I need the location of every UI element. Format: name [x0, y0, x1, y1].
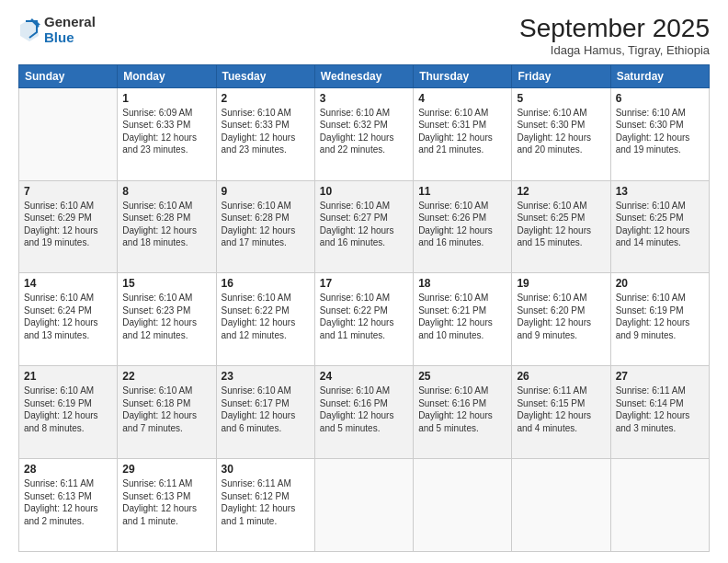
day-info: Sunrise: 6:10 AMSunset: 6:28 PMDaylight:… — [122, 200, 210, 249]
day-info: Sunrise: 6:10 AMSunset: 6:33 PMDaylight:… — [222, 107, 310, 156]
day-info: Sunrise: 6:11 AMSunset: 6:15 PMDaylight:… — [517, 385, 605, 434]
table-row: 3Sunrise: 6:10 AMSunset: 6:32 PMDaylight… — [314, 87, 413, 180]
day-number: 23 — [222, 370, 310, 383]
day-info: Sunrise: 6:10 AMSunset: 6:26 PMDaylight:… — [418, 200, 506, 249]
day-info: Sunrise: 6:10 AMSunset: 6:19 PMDaylight:… — [616, 292, 704, 341]
calendar-week-row: 1Sunrise: 6:09 AMSunset: 6:33 PMDaylight… — [19, 87, 710, 180]
col-thursday: Thursday — [414, 64, 512, 87]
col-saturday: Saturday — [610, 64, 709, 87]
day-number: 14 — [24, 277, 112, 290]
day-info: Sunrise: 6:10 AMSunset: 6:18 PMDaylight:… — [122, 385, 210, 434]
day-number: 5 — [517, 92, 605, 105]
table-row: 18Sunrise: 6:10 AMSunset: 6:21 PMDayligh… — [414, 273, 512, 366]
day-info: Sunrise: 6:10 AMSunset: 6:31 PMDaylight:… — [418, 107, 506, 156]
table-row: 23Sunrise: 6:10 AMSunset: 6:17 PMDayligh… — [216, 366, 314, 459]
day-number: 18 — [418, 277, 506, 290]
day-number: 26 — [517, 370, 605, 383]
day-info: Sunrise: 6:10 AMSunset: 6:28 PMDaylight:… — [222, 200, 310, 249]
table-row: 30Sunrise: 6:11 AMSunset: 6:12 PMDayligh… — [216, 459, 314, 552]
day-number: 17 — [320, 277, 408, 290]
day-number: 30 — [222, 463, 310, 476]
day-number: 25 — [418, 370, 506, 383]
day-info: Sunrise: 6:10 AMSunset: 6:32 PMDaylight:… — [320, 107, 408, 156]
day-number: 12 — [517, 185, 605, 198]
day-number: 2 — [222, 92, 310, 105]
table-row: 29Sunrise: 6:11 AMSunset: 6:13 PMDayligh… — [118, 459, 216, 552]
table-row — [610, 459, 709, 552]
day-number: 16 — [222, 277, 310, 290]
table-row — [512, 459, 610, 552]
table-row: 19Sunrise: 6:10 AMSunset: 6:20 PMDayligh… — [512, 273, 610, 366]
table-row: 28Sunrise: 6:11 AMSunset: 6:13 PMDayligh… — [19, 459, 118, 552]
day-info: Sunrise: 6:10 AMSunset: 6:27 PMDaylight:… — [320, 200, 408, 249]
table-row — [19, 87, 118, 180]
table-row: 2Sunrise: 6:10 AMSunset: 6:33 PMDaylight… — [216, 87, 314, 180]
day-number: 6 — [616, 92, 704, 105]
day-number: 11 — [418, 185, 506, 198]
title-section: September 2025 Idaga Hamus, Tigray, Ethi… — [519, 15, 710, 57]
day-number: 1 — [122, 92, 210, 105]
day-info: Sunrise: 6:10 AMSunset: 6:30 PMDaylight:… — [616, 107, 704, 156]
day-info: Sunrise: 6:11 AMSunset: 6:13 PMDaylight:… — [122, 477, 210, 527]
calendar-week-row: 21Sunrise: 6:10 AMSunset: 6:19 PMDayligh… — [19, 366, 710, 459]
day-info: Sunrise: 6:11 AMSunset: 6:12 PMDaylight:… — [222, 477, 310, 527]
table-row: 24Sunrise: 6:10 AMSunset: 6:16 PMDayligh… — [314, 366, 413, 459]
day-number: 13 — [616, 185, 704, 198]
table-row: 25Sunrise: 6:10 AMSunset: 6:16 PMDayligh… — [414, 366, 512, 459]
day-info: Sunrise: 6:10 AMSunset: 6:16 PMDaylight:… — [418, 385, 506, 434]
day-number: 20 — [616, 277, 704, 290]
day-number: 27 — [616, 370, 704, 383]
day-number: 22 — [122, 370, 210, 383]
col-friday: Friday — [512, 64, 610, 87]
table-row: 15Sunrise: 6:10 AMSunset: 6:23 PMDayligh… — [118, 273, 216, 366]
calendar-week-row: 28Sunrise: 6:11 AMSunset: 6:13 PMDayligh… — [19, 459, 710, 552]
col-monday: Monday — [118, 64, 216, 87]
day-info: Sunrise: 6:11 AMSunset: 6:13 PMDaylight:… — [24, 477, 112, 527]
day-info: Sunrise: 6:10 AMSunset: 6:16 PMDaylight:… — [320, 385, 408, 434]
table-row: 1Sunrise: 6:09 AMSunset: 6:33 PMDaylight… — [118, 87, 216, 180]
day-info: Sunrise: 6:10 AMSunset: 6:29 PMDaylight:… — [24, 200, 112, 249]
page: General Blue September 2025 Idaga Hamus,… — [0, 0, 728, 563]
day-info: Sunrise: 6:10 AMSunset: 6:17 PMDaylight:… — [222, 385, 310, 434]
table-row: 13Sunrise: 6:10 AMSunset: 6:25 PMDayligh… — [610, 180, 709, 273]
day-number: 7 — [24, 185, 112, 198]
day-info: Sunrise: 6:10 AMSunset: 6:23 PMDaylight:… — [122, 292, 210, 341]
day-number: 28 — [24, 463, 112, 476]
table-row: 7Sunrise: 6:10 AMSunset: 6:29 PMDaylight… — [19, 180, 118, 273]
day-number: 24 — [320, 370, 408, 383]
day-number: 10 — [320, 185, 408, 198]
day-info: Sunrise: 6:10 AMSunset: 6:25 PMDaylight:… — [517, 200, 605, 249]
calendar-week-row: 14Sunrise: 6:10 AMSunset: 6:24 PMDayligh… — [19, 273, 710, 366]
day-number: 4 — [418, 92, 506, 105]
table-row: 17Sunrise: 6:10 AMSunset: 6:22 PMDayligh… — [314, 273, 413, 366]
day-info: Sunrise: 6:10 AMSunset: 6:20 PMDaylight:… — [517, 292, 605, 341]
table-row: 27Sunrise: 6:11 AMSunset: 6:14 PMDayligh… — [610, 366, 709, 459]
day-info: Sunrise: 6:11 AMSunset: 6:14 PMDaylight:… — [616, 385, 704, 434]
month-title: September 2025 — [519, 15, 710, 43]
day-info: Sunrise: 6:10 AMSunset: 6:22 PMDaylight:… — [222, 292, 310, 341]
day-info: Sunrise: 6:10 AMSunset: 6:22 PMDaylight:… — [320, 292, 408, 341]
table-row — [414, 459, 512, 552]
day-info: Sunrise: 6:10 AMSunset: 6:25 PMDaylight:… — [616, 200, 704, 249]
day-number: 15 — [122, 277, 210, 290]
table-row: 5Sunrise: 6:10 AMSunset: 6:30 PMDaylight… — [512, 87, 610, 180]
calendar-table: Sunday Monday Tuesday Wednesday Thursday… — [18, 64, 710, 552]
col-sunday: Sunday — [19, 64, 118, 87]
day-number: 29 — [122, 463, 210, 476]
day-info: Sunrise: 6:09 AMSunset: 6:33 PMDaylight:… — [122, 107, 210, 156]
col-wednesday: Wednesday — [314, 64, 413, 87]
table-row: 11Sunrise: 6:10 AMSunset: 6:26 PMDayligh… — [414, 180, 512, 273]
table-row: 6Sunrise: 6:10 AMSunset: 6:30 PMDaylight… — [610, 87, 709, 180]
day-info: Sunrise: 6:10 AMSunset: 6:24 PMDaylight:… — [24, 292, 112, 341]
table-row: 14Sunrise: 6:10 AMSunset: 6:24 PMDayligh… — [19, 273, 118, 366]
logo-blue: Blue — [44, 30, 96, 46]
day-number: 9 — [222, 185, 310, 198]
logo-general: General — [44, 15, 96, 30]
day-info: Sunrise: 6:10 AMSunset: 6:21 PMDaylight:… — [418, 292, 506, 341]
col-tuesday: Tuesday — [216, 64, 314, 87]
logo-icon — [18, 17, 40, 43]
day-number: 8 — [122, 185, 210, 198]
logo: General Blue — [18, 15, 96, 45]
table-row: 16Sunrise: 6:10 AMSunset: 6:22 PMDayligh… — [216, 273, 314, 366]
header: General Blue September 2025 Idaga Hamus,… — [18, 15, 710, 57]
